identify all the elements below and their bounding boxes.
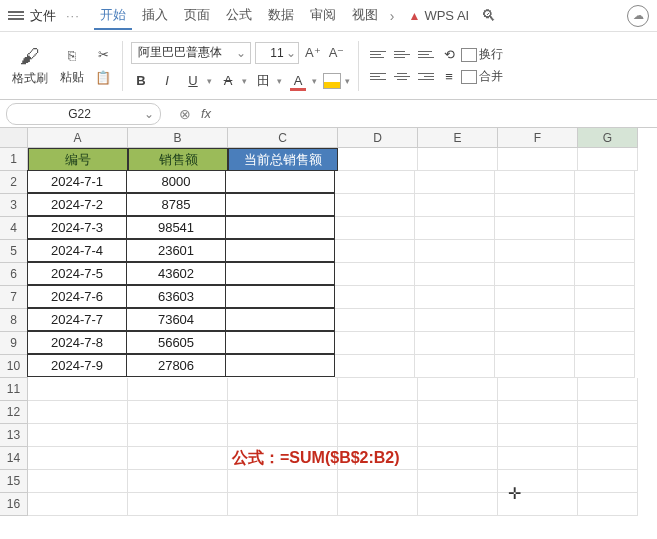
cell[interactable] xyxy=(335,355,415,378)
tab-审阅[interactable]: 审阅 xyxy=(304,2,342,30)
column-header-A[interactable]: A xyxy=(28,128,128,148)
cell[interactable] xyxy=(498,470,578,493)
align-center-button[interactable] xyxy=(391,68,413,86)
data-cell[interactable]: 2024-7-1 xyxy=(27,170,127,193)
cell[interactable] xyxy=(128,378,228,401)
cell[interactable] xyxy=(498,148,578,171)
row-header-3[interactable]: 3 xyxy=(0,194,28,217)
column-header-B[interactable]: B xyxy=(128,128,228,148)
column-header-E[interactable]: E xyxy=(418,128,498,148)
data-cell[interactable]: 2024-7-9 xyxy=(27,354,127,377)
cell[interactable] xyxy=(28,424,128,447)
cell[interactable] xyxy=(28,447,128,470)
cell[interactable] xyxy=(578,493,638,516)
strikethrough-button[interactable]: A xyxy=(218,72,238,90)
data-cell[interactable]: 63603 xyxy=(126,285,226,308)
cell[interactable] xyxy=(228,493,338,516)
cell[interactable] xyxy=(418,447,498,470)
cell[interactable] xyxy=(415,332,495,355)
cell[interactable] xyxy=(575,171,635,194)
cell[interactable] xyxy=(415,286,495,309)
orientation-button[interactable]: ⟲ xyxy=(439,46,459,64)
header-cell-a[interactable]: 编号 xyxy=(28,148,128,171)
tab-页面[interactable]: 页面 xyxy=(178,2,216,30)
format-painter-icon[interactable]: 🖌 xyxy=(20,45,40,68)
align-middle-button[interactable] xyxy=(391,46,413,64)
tab-overflow-icon[interactable]: › xyxy=(390,8,395,24)
cell[interactable] xyxy=(128,424,228,447)
header-cell-c[interactable]: 当前总销售额 xyxy=(228,148,338,171)
data-cell[interactable] xyxy=(225,354,335,377)
more-menu[interactable]: ··· xyxy=(66,8,80,23)
bold-button[interactable]: B xyxy=(131,72,151,90)
hamburger-menu-icon[interactable] xyxy=(8,11,24,20)
cell[interactable] xyxy=(578,470,638,493)
cell[interactable] xyxy=(575,286,635,309)
cell[interactable] xyxy=(128,401,228,424)
cell[interactable] xyxy=(578,424,638,447)
cell[interactable] xyxy=(495,332,575,355)
column-header-F[interactable]: F xyxy=(498,128,578,148)
cell[interactable] xyxy=(418,378,498,401)
search-icon[interactable]: 🔍︎ xyxy=(481,7,496,24)
cell[interactable] xyxy=(335,309,415,332)
wrap-text-button[interactable]: 换行 xyxy=(461,46,503,64)
data-cell[interactable]: 8000 xyxy=(126,170,226,193)
row-header-1[interactable]: 1 xyxy=(0,148,28,171)
row-header-4[interactable]: 4 xyxy=(0,217,28,240)
cell[interactable] xyxy=(415,263,495,286)
row-header-15[interactable]: 15 xyxy=(0,470,28,493)
cell[interactable] xyxy=(495,355,575,378)
align-bottom-button[interactable] xyxy=(415,46,437,64)
cell[interactable] xyxy=(128,447,228,470)
cell[interactable] xyxy=(335,171,415,194)
cell[interactable] xyxy=(498,493,578,516)
cell[interactable] xyxy=(418,401,498,424)
cell[interactable] xyxy=(228,401,338,424)
data-cell[interactable]: 73604 xyxy=(126,308,226,331)
cell[interactable] xyxy=(575,240,635,263)
border-button[interactable]: 田 xyxy=(253,72,273,90)
cell[interactable] xyxy=(495,171,575,194)
cell[interactable] xyxy=(128,493,228,516)
cell[interactable] xyxy=(418,148,498,171)
cell[interactable] xyxy=(338,424,418,447)
cell[interactable] xyxy=(415,355,495,378)
cell[interactable] xyxy=(415,309,495,332)
data-cell[interactable] xyxy=(225,331,335,354)
row-header-9[interactable]: 9 xyxy=(0,332,28,355)
fx-button[interactable]: fx xyxy=(201,106,211,121)
font-color-button[interactable]: A xyxy=(288,72,308,90)
wps-ai-button[interactable]: ▲ WPS AI xyxy=(409,8,470,23)
cell[interactable] xyxy=(495,263,575,286)
cell[interactable] xyxy=(228,470,338,493)
cell[interactable] xyxy=(338,401,418,424)
cell[interactable] xyxy=(498,401,578,424)
data-cell[interactable] xyxy=(225,308,335,331)
cell[interactable] xyxy=(338,148,418,171)
data-cell[interactable]: 2024-7-3 xyxy=(27,216,127,239)
italic-button[interactable]: I xyxy=(157,72,177,90)
data-cell[interactable]: 98541 xyxy=(126,216,226,239)
cell[interactable] xyxy=(578,378,638,401)
row-header-2[interactable]: 2 xyxy=(0,171,28,194)
cell[interactable] xyxy=(418,493,498,516)
cell[interactable] xyxy=(498,378,578,401)
column-header-D[interactable]: D xyxy=(338,128,418,148)
cell[interactable] xyxy=(495,286,575,309)
tab-插入[interactable]: 插入 xyxy=(136,2,174,30)
copy-icon[interactable]: ⎘ xyxy=(61,46,83,66)
cell[interactable] xyxy=(415,194,495,217)
data-cell[interactable]: 2024-7-8 xyxy=(27,331,127,354)
row-header-6[interactable]: 6 xyxy=(0,263,28,286)
file-menu[interactable]: 文件 xyxy=(30,7,56,25)
cell[interactable] xyxy=(335,240,415,263)
cancel-formula-icon[interactable]: ⊗ xyxy=(179,106,191,122)
cell[interactable] xyxy=(28,378,128,401)
data-cell[interactable] xyxy=(225,216,335,239)
tab-数据[interactable]: 数据 xyxy=(262,2,300,30)
cell[interactable] xyxy=(335,194,415,217)
data-cell[interactable] xyxy=(225,239,335,262)
header-cell-b[interactable]: 销售额 xyxy=(128,148,228,171)
decrease-font-icon[interactable]: A⁻ xyxy=(327,45,347,60)
